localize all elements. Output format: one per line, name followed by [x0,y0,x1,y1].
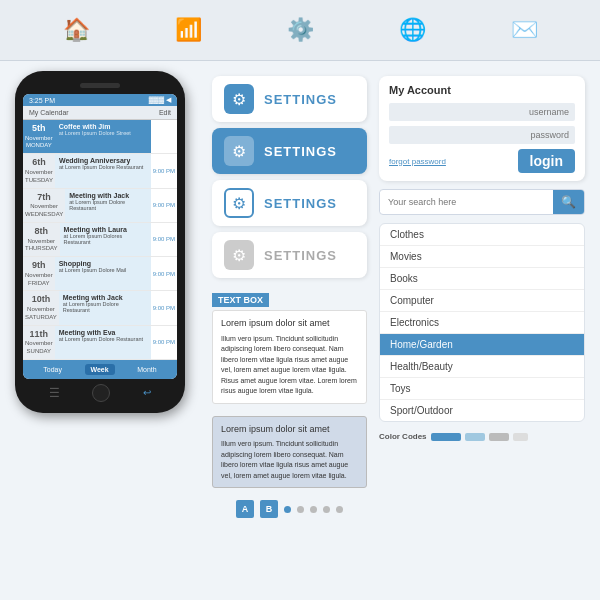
phone-screen: 3:25 PM ▓▓▓ ◀ My Calendar Edit 5th Novem… [23,94,177,379]
category-movies[interactable]: Movies [380,246,584,268]
calendar-event-5[interactable]: 10th November SATURDAY Meeting with Jack… [23,291,177,325]
phone-menu-icon[interactable]: ☰ [49,386,60,400]
calendar-event-0[interactable]: 5th November MONDAY Coffee with Jim at L… [23,120,177,154]
category-clothes[interactable]: Clothes [380,224,584,246]
event-time-5: 9:00 PM [151,291,177,324]
event-date-6: 11th November SUNDAY [23,326,55,359]
search-button[interactable]: 🔍 [553,190,584,214]
category-list: Clothes Movies Books Computer Electronic… [379,223,585,422]
settings-btn-2[interactable]: ⚙ SETTINGS [212,128,367,174]
phone-signal: ▓▓▓ ◀ [149,96,171,104]
event-time-0: 9:00 PM [151,120,177,153]
settings-icon-1: ⚙ [224,84,254,114]
calendar-event-4[interactable]: 9th November FRIDAY Shopping at Lorem Ip… [23,257,177,291]
pagination-dot-4[interactable] [323,506,330,513]
category-books[interactable]: Books [380,268,584,290]
event-date-1: 6th November TUESDAY [23,154,55,187]
search-input[interactable] [380,192,553,212]
globe-icon[interactable]: 🌐 [394,12,430,48]
color-bar-blue [431,433,461,441]
phone-home-area: ☰ ↩ [23,379,177,405]
category-toys[interactable]: Toys [380,378,584,400]
home-icon[interactable]: 🏠 [58,12,94,48]
settings-icon[interactable]: ⚙️ [282,12,318,48]
forgot-password-link[interactable]: forgot password [389,157,446,166]
phone-calendar-header: My Calendar Edit [23,106,177,120]
phone-status-bar: 3:25 PM ▓▓▓ ◀ [23,94,177,106]
settings-btn-3[interactable]: ⚙ SETTINGS [212,180,367,226]
nav-week[interactable]: Week [85,364,115,375]
settings-label-2: SETTINGS [264,144,337,159]
pagination-row: A B [212,500,367,518]
event-content-6: Meeting with Eva at Lorem Ipsum Dolore R… [55,326,151,359]
event-time-1: 9:00 PM [151,154,177,187]
event-time-4: 9:00 PM [151,257,177,290]
event-date-4: 9th November FRIDAY [23,257,55,290]
phone-container: 3:25 PM ▓▓▓ ◀ My Calendar Edit 5th Novem… [15,71,200,518]
pagination-dot-1[interactable] [284,506,291,513]
event-date-5: 10th November SATURDAY [23,291,59,324]
phone-bottom-nav: Today Week Month [23,360,177,379]
event-date-0: 5th November MONDAY [23,120,55,153]
pagination-dot-2[interactable] [297,506,304,513]
color-bar-lightgray [513,433,528,441]
right-column: My Account forgot password login 🔍 Cloth… [379,71,585,518]
calendar-event-2[interactable]: 7th November WEDNESDAY Meeting with Jack… [23,189,177,223]
main-area: 3:25 PM ▓▓▓ ◀ My Calendar Edit 5th Novem… [0,61,600,528]
textbox-area-1: TEXT BOX Lorem ipsum dolor sit amet Illu… [212,289,367,404]
pagination-btn-a[interactable]: A [236,500,254,518]
color-codes-label: Color Codes [379,432,427,441]
my-account-panel: My Account forgot password login [379,76,585,181]
settings-label-3: SETTINGS [264,196,337,211]
nav-today[interactable]: Today [37,364,68,375]
pagination-btn-b[interactable]: B [260,500,278,518]
mail-icon[interactable]: ✉️ [506,12,542,48]
event-content-2: Meeting with Jack at Lorem Ipsum Dolore … [65,189,150,222]
textbox2-main-text: Lorem ipsum dolor sit amet [221,423,358,437]
calendar-edit[interactable]: Edit [159,109,171,116]
event-content-1: Wedding Anniversary at Lorem Ipsum Dolor… [55,154,151,187]
phone-speaker [80,83,120,88]
middle-column: ⚙ SETTINGS ⚙ SETTINGS ⚙ SETTINGS ⚙ SETTI… [212,71,367,518]
event-time-6: 9:00 PM [151,326,177,359]
event-content-0: Coffee with Jim at Lorem Ipsum Dolore St… [55,120,151,153]
nav-month[interactable]: Month [131,364,162,375]
pagination-dot-5[interactable] [336,506,343,513]
pagination-dot-3[interactable] [310,506,317,513]
color-codes-row: Color Codes [379,432,585,441]
account-links: forgot password login [389,149,575,173]
category-sport-outdoor[interactable]: Sport/Outdoor [380,400,584,421]
settings-icon-4: ⚙ [224,240,254,270]
event-content-3: Meeting with Laura at Lorem Ipsum Dolore… [60,223,151,256]
textbox-main-text: Lorem ipsum dolor sit amet [221,317,358,331]
phone: 3:25 PM ▓▓▓ ◀ My Calendar Edit 5th Novem… [15,71,185,413]
phone-home-button[interactable] [92,384,110,402]
phone-time: 3:25 PM [29,97,55,104]
event-content-5: Meeting with Jack at Lorem Ipsum Dolore … [59,291,151,324]
color-bar-gray [489,433,509,441]
color-bar-lightblue [465,433,485,441]
password-input[interactable] [389,126,575,144]
calendar-event-6[interactable]: 11th November SUNDAY Meeting with Eva at… [23,326,177,360]
textbox-label: TEXT BOX [212,293,269,307]
login-button[interactable]: login [518,149,575,173]
event-date-3: 8th November THURSDAY [23,223,60,256]
category-electronics[interactable]: Electronics [380,312,584,334]
search-box: 🔍 [379,189,585,215]
chart-icon[interactable]: 📶 [170,12,206,48]
calendar-event-1[interactable]: 6th November TUESDAY Wedding Anniversary… [23,154,177,188]
username-input[interactable] [389,103,575,121]
calendar-event-3[interactable]: 8th November THURSDAY Meeting with Laura… [23,223,177,257]
settings-label-4: SETTINGS [264,248,337,263]
event-date-2: 7th November WEDNESDAY [23,189,65,222]
event-time-3: 9:00 PM [151,223,177,256]
category-home-garden[interactable]: Home/Garden [380,334,584,356]
settings-icon-3: ⚙ [224,188,254,218]
textbox-body: Illum vero ipsum. Tincidunt sollicitudin… [221,334,358,397]
text-box-1: Lorem ipsum dolor sit amet Illum vero ip… [212,310,367,404]
category-health-beauty[interactable]: Health/Beauty [380,356,584,378]
category-computer[interactable]: Computer [380,290,584,312]
phone-back-icon[interactable]: ↩ [143,387,151,398]
settings-btn-1[interactable]: ⚙ SETTINGS [212,76,367,122]
settings-btn-4[interactable]: ⚙ SETTINGS [212,232,367,278]
